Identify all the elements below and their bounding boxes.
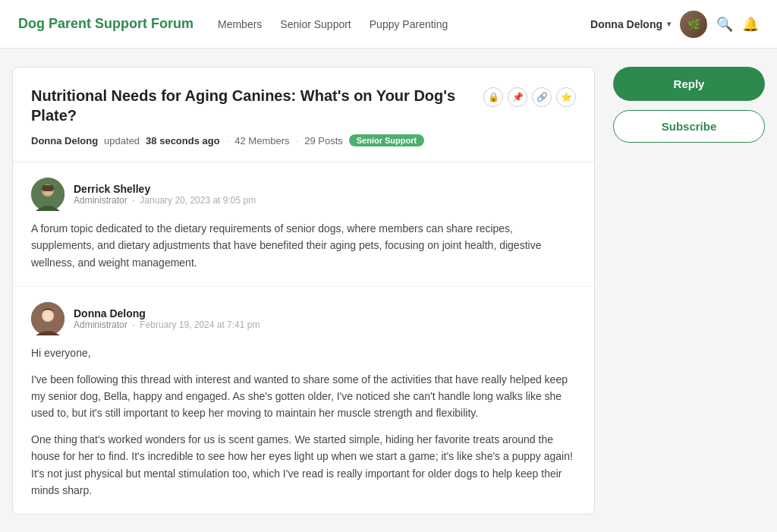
sidebar: Reply Subscribe xyxy=(613,67,765,515)
nav-senior-support[interactable]: Senior Support xyxy=(280,18,351,30)
comment-body-donna: Hi everyone, I've been following this th… xyxy=(31,345,576,499)
star-icon[interactable]: ⭐ xyxy=(556,87,576,107)
chevron-down-icon: ▾ xyxy=(667,20,671,28)
main-layout: Nutritional Needs for Aging Canines: Wha… xyxy=(0,49,777,532)
forum-card: Nutritional Needs for Aging Canines: Wha… xyxy=(12,67,595,515)
comment-body-derrick: A forum topic dedicated to the dietary r… xyxy=(31,220,576,271)
comment-date-donna: February 19, 2024 at 7:41 pm xyxy=(140,320,260,330)
donna-avatar-svg xyxy=(31,302,64,335)
comment-meta-donna: Donna Delong Administrator · February 19… xyxy=(74,307,260,330)
comment-donna: Donna Delong Administrator · February 19… xyxy=(13,287,594,514)
nav-members[interactable]: Members xyxy=(218,18,262,30)
pin-icon[interactable]: 📌 xyxy=(508,87,527,107)
comment-paragraph-donna-1: I've been following this thread with int… xyxy=(31,371,576,422)
comment-role-date-derrick: Administrator · January 20, 2023 at 9:05… xyxy=(74,195,256,206)
post-author: Donna Delong xyxy=(31,135,98,146)
comment-meta-derrick: Derrick Shelley Administrator · January … xyxy=(74,183,256,206)
updated-label: updated xyxy=(104,135,140,146)
user-dropdown[interactable]: Donna Delong ▾ xyxy=(590,18,671,30)
post-meta: Donna Delong updated 38 seconds ago · 42… xyxy=(31,134,576,146)
bell-icon[interactable]: 🔔 xyxy=(742,16,759,33)
reply-button[interactable]: Reply xyxy=(613,67,765,101)
avatar[interactable]: 🌿 xyxy=(680,11,707,38)
comment-paragraph-derrick-0: A forum topic dedicated to the dietary r… xyxy=(31,220,576,271)
separator2: · xyxy=(296,135,299,146)
comment-author-derrick: Derrick Shelley xyxy=(74,183,256,195)
avatar-derrick xyxy=(31,178,64,211)
category-badge[interactable]: Senior Support xyxy=(349,134,424,146)
comment-author-donna: Donna Delong xyxy=(74,307,260,320)
user-name-label: Donna Delong xyxy=(590,18,662,30)
comment-date-derrick: January 20, 2023 at 9:05 pm xyxy=(140,195,256,206)
comment-role-date-donna: Administrator · February 19, 2024 at 7:4… xyxy=(74,320,260,330)
link-icon[interactable]: 🔗 xyxy=(532,87,552,107)
posts-count: 29 Posts xyxy=(304,135,343,146)
post-title-row: Nutritional Needs for Aging Canines: Wha… xyxy=(31,86,576,125)
comment-derrick: Derrick Shelley Administrator · January … xyxy=(13,162,594,287)
svg-point-6 xyxy=(43,311,52,320)
svg-rect-3 xyxy=(42,185,54,191)
search-icon[interactable]: 🔍 xyxy=(716,16,733,33)
comment-role-derrick: Administrator xyxy=(74,195,127,206)
updated-time: 38 seconds ago xyxy=(146,135,220,146)
main-nav: Members Senior Support Puppy Parenting xyxy=(218,18,566,30)
comment-header-derrick: Derrick Shelley Administrator · January … xyxy=(31,178,576,211)
post-title: Nutritional Needs for Aging Canines: Wha… xyxy=(31,86,476,125)
header-user-area: Donna Delong ▾ 🌿 🔍 🔔 xyxy=(590,11,759,38)
nav-puppy-parenting[interactable]: Puppy Parenting xyxy=(370,18,448,30)
lock-icon[interactable]: 🔒 xyxy=(483,87,503,107)
post-header: Nutritional Needs for Aging Canines: Wha… xyxy=(13,68,594,162)
comment-header-donna: Donna Delong Administrator · February 19… xyxy=(31,302,576,335)
subscribe-button[interactable]: Subscribe xyxy=(613,110,765,143)
site-logo[interactable]: Dog Parent Support Forum xyxy=(18,16,193,32)
comment-role-donna: Administrator xyxy=(74,320,127,330)
avatar-donna xyxy=(31,302,64,335)
comment-paragraph-donna-2: One thing that's worked wonders for us i… xyxy=(31,431,576,499)
derrick-avatar-svg xyxy=(31,178,64,211)
site-header: Dog Parent Support Forum Members Senior … xyxy=(0,0,777,49)
comment-paragraph-donna-0: Hi everyone, xyxy=(31,345,576,361)
separator: · xyxy=(226,135,229,146)
members-count: 42 Members xyxy=(234,135,289,146)
post-action-icons: 🔒 📌 🔗 ⭐ xyxy=(483,87,576,107)
